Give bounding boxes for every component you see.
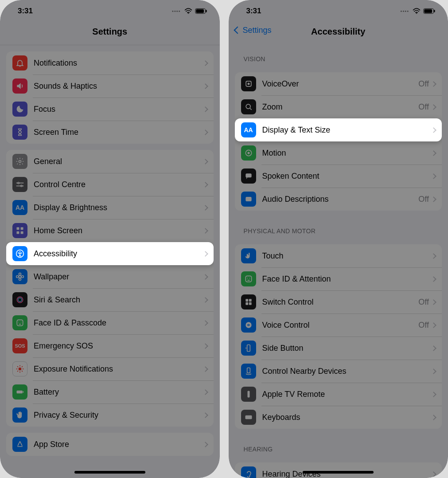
row-touch[interactable]: Touch xyxy=(235,244,442,267)
row-screen-time[interactable]: Screen Time xyxy=(6,121,214,144)
row-label: Wallpaper xyxy=(34,272,203,282)
row-app-store[interactable]: App Store xyxy=(6,433,214,456)
row-general[interactable]: General xyxy=(6,150,214,173)
row-value: Off xyxy=(418,102,429,112)
row-hearing-devices[interactable]: Hearing Devices xyxy=(235,462,442,478)
chevron-right-icon xyxy=(431,392,436,397)
row-accessibility[interactable]: Accessibility xyxy=(6,242,214,265)
flower-icon xyxy=(12,269,27,284)
row-privacy-security[interactable]: Privacy & Security xyxy=(6,404,214,427)
svg-rect-48 xyxy=(245,415,252,419)
row-faceid-passcode[interactable]: Face ID & Passcode xyxy=(6,311,214,334)
row-label: Touch xyxy=(262,251,432,261)
row-label: Accessibility xyxy=(34,249,203,259)
svg-point-5 xyxy=(18,182,19,184)
home-indicator[interactable] xyxy=(303,471,374,474)
nav-title-bar: Settings xyxy=(0,22,220,45)
battery-icon xyxy=(195,8,207,14)
keyboard-icon xyxy=(241,410,256,425)
gear-icon xyxy=(12,154,27,169)
chevron-right-icon xyxy=(203,343,208,349)
row-keyboards[interactable]: Keyboards xyxy=(235,406,442,429)
zoom-icon xyxy=(241,99,256,114)
row-focus[interactable]: Focus xyxy=(6,98,214,121)
row-label: Control Centre xyxy=(34,180,203,189)
row-label: Voice Control xyxy=(262,321,419,330)
chevron-right-icon xyxy=(203,83,208,89)
svg-point-19 xyxy=(18,298,22,302)
row-control-centre[interactable]: Control Centre xyxy=(6,173,214,196)
chevron-right-icon xyxy=(203,205,208,211)
svg-rect-35 xyxy=(245,173,251,177)
row-audio-descriptions[interactable]: Audio DescriptionsOff xyxy=(235,188,442,211)
row-switch-control[interactable]: Switch ControlOff xyxy=(235,290,442,313)
sos-icon: SOS xyxy=(12,338,27,353)
svg-point-23 xyxy=(19,368,22,371)
row-siri-search[interactable]: Siri & Search xyxy=(6,288,214,311)
row-value: Off xyxy=(418,321,429,330)
settings-group: VoiceOverOffZoomOffAADisplay & Text Size… xyxy=(235,72,442,211)
sidebtn-icon xyxy=(241,341,256,356)
hand-icon xyxy=(12,407,27,423)
svg-rect-10 xyxy=(21,231,23,234)
chevron-right-icon xyxy=(203,251,208,257)
hourglass-icon xyxy=(12,125,27,140)
settings-list[interactable]: NotificationsSounds & HapticsFocusScreen… xyxy=(0,45,220,478)
row-label: Motion xyxy=(262,149,432,158)
chevron-right-icon xyxy=(203,228,208,234)
row-label: Emergency SOS xyxy=(34,341,203,351)
row-label: Home Screen xyxy=(34,226,203,235)
row-battery[interactable]: Battery xyxy=(6,380,214,404)
home-indicator[interactable] xyxy=(74,471,145,474)
settings-group: Hearing Devices xyxy=(235,462,442,478)
row-side-button[interactable]: Side Button xyxy=(235,337,442,360)
chevron-right-icon xyxy=(203,182,208,188)
back-button[interactable]: Settings xyxy=(235,26,272,35)
row-home-screen[interactable]: Home Screen xyxy=(6,219,214,242)
chevron-right-icon xyxy=(431,299,436,305)
grid-icon xyxy=(12,223,27,238)
svg-rect-47 xyxy=(247,391,249,398)
row-label: Side Button xyxy=(262,344,432,353)
row-display-brightness[interactable]: AADisplay & Brightness xyxy=(6,196,214,219)
chevron-right-icon xyxy=(203,60,208,66)
page-title: Accessibility xyxy=(311,27,365,36)
row-voiceover[interactable]: VoiceOverOff xyxy=(235,72,442,95)
row-spoken-content[interactable]: Spoken Content xyxy=(235,165,442,188)
section-header: Vision xyxy=(235,45,442,66)
chevron-right-icon xyxy=(431,196,436,202)
face-icon xyxy=(241,271,256,286)
chevron-right-icon xyxy=(431,127,436,133)
section-header: Hearing xyxy=(235,435,442,456)
svg-point-21 xyxy=(19,322,19,323)
row-zoom[interactable]: ZoomOff xyxy=(235,95,442,118)
accessibility-icon xyxy=(12,246,27,261)
row-wallpaper[interactable]: Wallpaper xyxy=(6,265,214,288)
row-apple-tv-remote[interactable]: Apple TV Remote xyxy=(235,383,442,406)
row-motion[interactable]: Motion xyxy=(235,141,442,165)
chevron-right-icon xyxy=(431,150,436,156)
svg-rect-7 xyxy=(17,227,19,230)
row-label: Display & Text Size xyxy=(262,125,432,135)
chevron-right-icon xyxy=(203,159,208,165)
row-notifications[interactable]: Notifications xyxy=(6,51,214,74)
phone-accessibility: 3:31 •••• Settings Accessibility VisionV… xyxy=(229,0,448,478)
chevron-right-icon xyxy=(431,368,436,374)
row-faceid-attention[interactable]: Face ID & Attention xyxy=(235,267,442,290)
svg-rect-2 xyxy=(196,9,204,13)
svg-rect-28 xyxy=(424,9,432,13)
row-emergency-sos[interactable]: SOSEmergency SOS xyxy=(6,334,214,357)
chevron-right-icon xyxy=(431,345,436,351)
row-voice-control[interactable]: Voice ControlOff xyxy=(235,313,442,337)
row-control-nearby[interactable]: Control Nearby Devices xyxy=(235,360,442,383)
svg-rect-41 xyxy=(249,299,251,302)
svg-point-32 xyxy=(246,104,250,109)
settings-group: NotificationsSounds & HapticsFocusScreen… xyxy=(6,51,214,144)
svg-point-26 xyxy=(416,13,417,14)
accessibility-list[interactable]: VisionVoiceOverOffZoomOffAADisplay & Tex… xyxy=(229,45,448,478)
row-display-text-size[interactable]: AADisplay & Text Size xyxy=(235,118,442,141)
row-sounds-haptics[interactable]: Sounds & Haptics xyxy=(6,74,214,98)
row-value: Off xyxy=(418,195,429,204)
row-exposure-notifications[interactable]: Exposure Notifications xyxy=(6,357,214,380)
nav-title-bar: Settings Accessibility xyxy=(229,22,448,45)
